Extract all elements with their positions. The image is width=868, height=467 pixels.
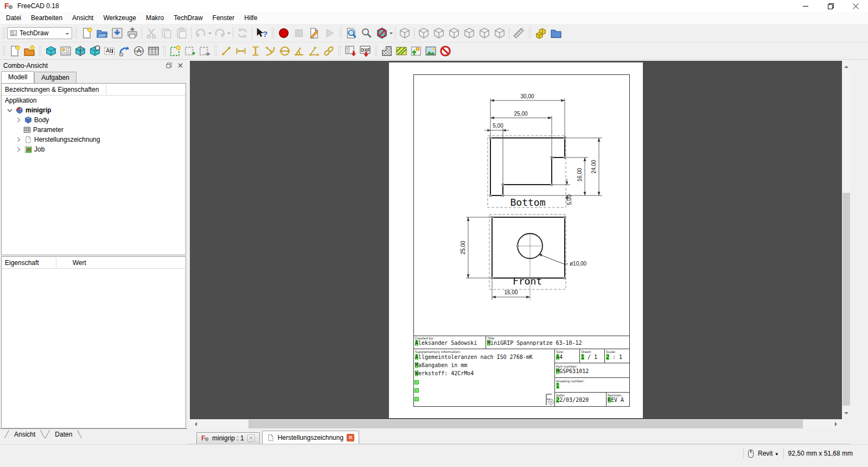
- new-page-template-icon[interactable]: [22, 43, 36, 58]
- dimension-diameter-icon[interactable]: [277, 43, 292, 58]
- save-icon[interactable]: [110, 26, 125, 41]
- title-value[interactable]: MiniGRIP Spannpratze 63-10-12: [487, 340, 582, 346]
- fit-all-icon[interactable]: [344, 26, 359, 41]
- tree-item-minigrip[interactable]: minigrip: [2, 105, 186, 115]
- close-tab-icon[interactable]: ✕: [347, 434, 354, 441]
- tree-item-body[interactable]: Body: [2, 115, 186, 125]
- menu-hilfe[interactable]: Hilfe: [239, 12, 262, 23]
- empty-field[interactable]: [414, 380, 419, 384]
- toolbar-grip[interactable]: [271, 27, 274, 39]
- dim-step[interactable]: 5,00: [566, 194, 572, 205]
- revision-value[interactable]: REV A: [608, 397, 624, 403]
- created-by-value[interactable]: Aleksander Sadowski: [415, 340, 477, 346]
- dimension-length-icon[interactable]: [219, 43, 233, 58]
- toolbar-grip[interactable]: [2, 27, 5, 39]
- minimize-button[interactable]: [793, 0, 818, 12]
- supplementary-line[interactable]: Allgemeintoleranzen nach ISO 2768-mK: [415, 354, 533, 360]
- toolbar-grip[interactable]: [214, 45, 216, 57]
- hatch-region-icon[interactable]: [379, 43, 394, 58]
- menu-fenster[interactable]: Fenster: [208, 12, 240, 23]
- new-page-default-icon[interactable]: [7, 43, 22, 58]
- insert-symbol-icon[interactable]: [409, 43, 423, 58]
- drawing-number-value[interactable]: 1: [556, 383, 559, 389]
- dimension-angle-icon[interactable]: [292, 43, 307, 58]
- float-panel-icon[interactable]: [165, 62, 173, 69]
- view-top-icon[interactable]: [431, 26, 446, 41]
- view-right-icon[interactable]: [446, 26, 462, 41]
- horizontal-scrollbar[interactable]: [190, 419, 842, 429]
- paste-icon[interactable]: [174, 26, 189, 41]
- dim-height-inner[interactable]: 16,00: [577, 168, 583, 181]
- workbench-selector[interactable]: TechDraw: [7, 27, 72, 39]
- tree-item-parameter[interactable]: Parameter: [2, 125, 186, 135]
- scrollbar-thumb[interactable]: [843, 193, 850, 406]
- macro-stop-icon[interactable]: [291, 26, 307, 41]
- geometric-hatch-icon[interactable]: [394, 43, 409, 58]
- toolbar-grip[interactable]: [338, 45, 341, 57]
- drawing-page[interactable]: 30,00 25,00 5,00 24,00 16,00 5,00 Bottom: [389, 62, 643, 418]
- menu-techdraw[interactable]: TechDraw: [169, 12, 207, 23]
- link-dimension-icon[interactable]: [321, 43, 336, 58]
- scale-value[interactable]: 2 : 1: [606, 354, 622, 360]
- create-part-icon[interactable]: [533, 26, 548, 41]
- scroll-up-icon[interactable]: [844, 64, 848, 68]
- scroll-left-icon[interactable]: [193, 422, 197, 426]
- arch-view-icon[interactable]: [131, 43, 146, 58]
- view-bottom-icon[interactable]: [477, 26, 492, 41]
- dim-width[interactable]: 30,00: [520, 93, 534, 99]
- cut-icon[interactable]: [144, 26, 159, 41]
- empty-field[interactable]: [414, 388, 419, 393]
- redo-icon[interactable]: [212, 26, 227, 41]
- tree-item-job[interactable]: Job: [2, 144, 186, 154]
- view-front[interactable]: 25,00 16,00 ø10,00 Front: [460, 214, 587, 300]
- insert-image-icon[interactable]: [423, 43, 438, 58]
- copy-icon[interactable]: [159, 26, 174, 41]
- spreadsheet-view-icon[interactable]: [146, 43, 161, 58]
- view-left-icon[interactable]: [492, 26, 507, 41]
- projection-group-icon[interactable]: [58, 43, 73, 58]
- open-document-icon[interactable]: [94, 26, 110, 41]
- whats-this-icon[interactable]: [254, 26, 269, 41]
- redo-dropdown-icon[interactable]: [227, 33, 231, 36]
- insert-view-icon[interactable]: [43, 43, 58, 58]
- macro-edit-icon[interactable]: [307, 26, 322, 41]
- dim-height[interactable]: 24,00: [591, 160, 597, 173]
- macro-execute-icon[interactable]: [322, 26, 337, 41]
- macro-record-icon[interactable]: [276, 26, 291, 41]
- tab-ansicht[interactable]: Ansicht: [4, 429, 45, 441]
- toggle-frames-icon[interactable]: [438, 43, 452, 58]
- undo-icon[interactable]: [193, 26, 208, 41]
- view-axonometric-icon[interactable]: [397, 26, 412, 41]
- tab-herstellungszeichnung[interactable]: Herstellungszeichnung ✕: [262, 431, 359, 444]
- empty-field[interactable]: [414, 397, 419, 401]
- draft-view-icon[interactable]: [117, 43, 131, 58]
- menu-makro[interactable]: Makro: [141, 12, 169, 23]
- measure-distance-icon[interactable]: [511, 26, 526, 41]
- supplementary-line[interactable]: Werkstoff: 42CrMo4: [415, 370, 474, 376]
- toolbar-grip[interactable]: [528, 27, 531, 39]
- menu-werkzeuge[interactable]: Werkzeuge: [98, 12, 141, 23]
- vertical-scrollbar[interactable]: [842, 61, 851, 419]
- restore-button[interactable]: [818, 0, 843, 12]
- detail-view-icon[interactable]: [87, 43, 102, 58]
- clip-add-icon[interactable]: [182, 43, 197, 58]
- menu-bearbeiten[interactable]: Bearbeiten: [26, 12, 67, 23]
- dim-hole-offset[interactable]: 16,00: [504, 289, 518, 295]
- dimension-angle-3pt-icon[interactable]: [307, 43, 321, 58]
- toolbar-grip[interactable]: [39, 45, 41, 57]
- draw-style-icon[interactable]: [374, 26, 390, 41]
- dim-hole-diameter[interactable]: ø10,00: [570, 261, 587, 267]
- scroll-down-icon[interactable]: [844, 412, 848, 416]
- chevron-right-icon[interactable]: [15, 146, 22, 153]
- toolbar-grip[interactable]: [2, 45, 5, 57]
- chevron-right-icon[interactable]: [15, 136, 22, 143]
- zoom-icon[interactable]: [359, 26, 374, 41]
- refresh-icon[interactable]: [235, 26, 250, 41]
- view-rear-icon[interactable]: [462, 26, 477, 41]
- dimension-vertical-icon[interactable]: [248, 43, 263, 58]
- dimension-radius-icon[interactable]: [263, 43, 277, 58]
- undo-dropdown-icon[interactable]: [208, 33, 212, 36]
- tab-modell[interactable]: Modell: [1, 71, 34, 83]
- close-tab-icon[interactable]: ✕: [247, 434, 255, 442]
- tree-item-herstellungszeichnung[interactable]: Herstellungszeichnung: [2, 135, 186, 144]
